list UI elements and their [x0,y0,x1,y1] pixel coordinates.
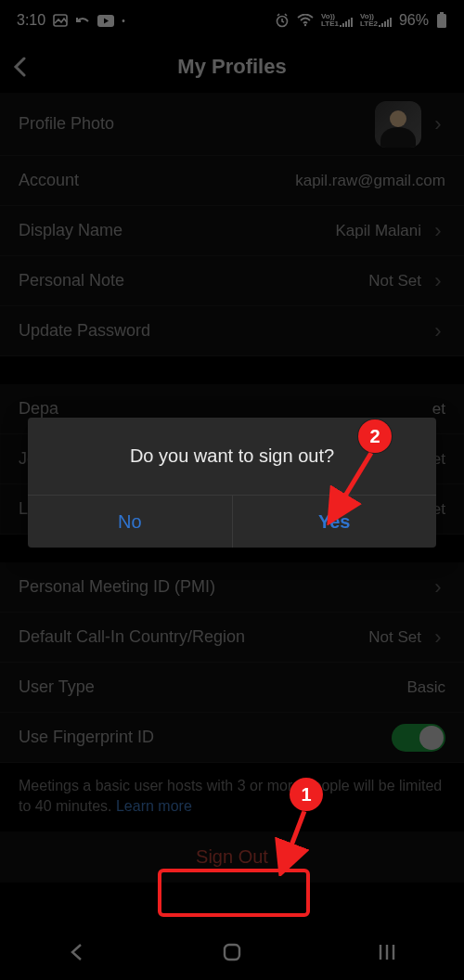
alarm-icon [275,13,290,28]
value: Kapil Malani [335,222,421,240]
label: Personal Note [19,271,368,290]
row-callin-country[interactable]: Default Call-In Country/Region Not Set › [0,612,464,663]
label: User Type [19,677,406,697]
battery-icon [436,12,447,29]
youtube-icon [97,15,114,27]
label: Depa [19,399,432,419]
chevron-right-icon: › [431,575,445,600]
sign-out-label: Sign Out [196,846,268,868]
label: Default Call-In Country/Region [19,627,368,647]
value: Not Set [368,272,421,290]
svg-rect-6 [225,945,239,960]
chevron-right-icon: › [431,319,445,343]
row-pmi[interactable]: Personal Meeting ID (PMI) › [0,562,464,612]
chevron-right-icon: › [431,112,445,136]
label: Personal Meeting ID (PMI) [19,577,421,597]
android-nav-bar [0,928,464,980]
row-personal-note[interactable]: Personal Note Not Set › [0,256,464,306]
header: My Profiles [0,41,464,93]
value: Not Set [368,628,421,647]
back-button[interactable] [13,41,26,93]
annotation-arrow-1 [273,807,314,876]
avatar [375,101,421,148]
value: kapil.raw@gmail.com [295,172,445,190]
lte2-icon: Vo))LTE2 [360,13,392,28]
annotation-marker-1: 1 [290,778,323,811]
svg-rect-5 [440,12,444,14]
value: Basic [406,678,445,697]
row-user-type: User Type Basic [0,663,464,713]
annotation-marker-2: 2 [358,419,392,453]
lte1-icon: Vo))LTE1 [321,13,353,28]
chevron-right-icon: › [431,269,445,293]
battery-percent: 96% [399,12,429,29]
value: et [432,400,445,419]
page-title: My Profiles [177,55,286,79]
label: Update Password [19,321,421,341]
label: Display Name [19,221,335,240]
annotation-arrow-2 [323,449,379,525]
row-account: Account kapil.raw@gmail.com [0,156,464,206]
clock: 3:10 [17,12,45,29]
chevron-right-icon: › [431,625,445,650]
nav-recents-icon[interactable] [377,943,397,965]
nav-back-icon[interactable] [67,942,87,966]
profile-section: Profile Photo › Account kapil.raw@gmail.… [0,93,464,356]
learn-more-link[interactable]: Learn more [116,798,192,814]
fingerprint-toggle[interactable] [392,724,445,752]
status-bar: 3:10 • Vo))LTE1 Vo))LTE2 96% [0,0,464,41]
dot-icon: • [122,16,125,26]
svg-rect-4 [437,14,446,28]
row-display-name[interactable]: Display Name Kapil Malani › [0,206,464,256]
meeting-section: Personal Meeting ID (PMI) › Default Call… [0,562,464,763]
row-profile-photo[interactable]: Profile Photo › [0,93,464,156]
basic-user-hint: Meetings a basic user hosts with 3 or mo… [0,763,464,831]
dialog-no-button[interactable]: No [28,496,232,548]
row-update-password[interactable]: Update Password › [0,306,464,356]
row-fingerprint[interactable]: Use Fingerprint ID [0,713,464,763]
svg-point-3 [304,24,306,26]
chevron-right-icon: › [431,219,445,243]
label: Use Fingerprint ID [19,728,392,747]
label: Profile Photo [19,114,375,134]
wifi-icon [297,14,314,27]
missed-call-icon [75,14,90,27]
nav-home-icon[interactable] [221,941,243,967]
hint-text: Meetings a basic user hosts with 3 or mo… [19,778,442,814]
image-icon [53,14,68,27]
label: Account [19,171,295,190]
